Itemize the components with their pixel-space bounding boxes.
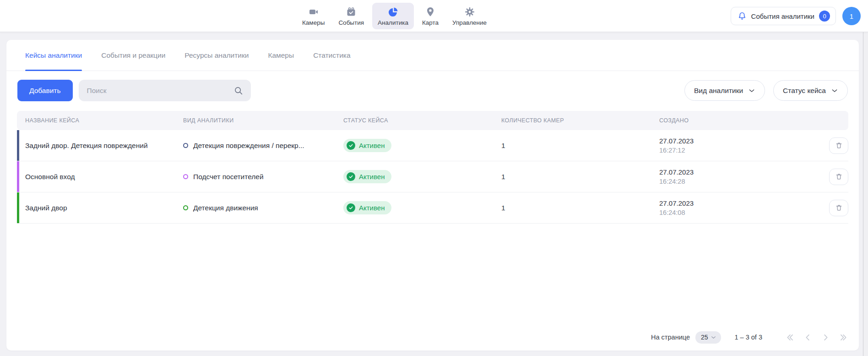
case-name: Задний двор bbox=[17, 204, 183, 212]
analytics-tabs: Кейсы аналитики События и реакции Ресурс… bbox=[6, 40, 859, 71]
calendar-check-icon bbox=[345, 6, 357, 18]
row-accent-bar bbox=[17, 161, 19, 192]
cases-table: НАЗВАНИЕ КЕЙСА ВИД АНАЛИТИКИ СТАТУС КЕЙС… bbox=[17, 111, 848, 224]
created-time: 16:27:12 bbox=[659, 146, 817, 155]
table-row[interactable]: Основной вход Подсчет посетителей Активе… bbox=[17, 161, 848, 192]
actions-cell bbox=[817, 137, 848, 154]
status-cell: Активен bbox=[343, 201, 501, 214]
per-page-label: На странице bbox=[651, 334, 690, 341]
bell-icon bbox=[738, 11, 747, 21]
check-icon bbox=[347, 203, 355, 212]
chevron-down-icon bbox=[711, 334, 716, 340]
search-input[interactable] bbox=[79, 80, 251, 101]
search-box bbox=[79, 80, 251, 101]
filter-group: Вид аналитики Статус кейса bbox=[684, 80, 848, 101]
nav-item-map[interactable]: Карта bbox=[417, 3, 444, 29]
tab-analytics-resources[interactable]: Ресурсы аналитики bbox=[184, 40, 249, 71]
created-date: 27.07.2023 bbox=[659, 137, 817, 146]
case-name: Основной вход bbox=[17, 173, 183, 181]
analytics-type-cell: Подсчет посетителей bbox=[183, 173, 343, 181]
pagination-bar: На странице 25 1 – 3 of 3 bbox=[6, 324, 859, 351]
nav-item-analytics[interactable]: Аналитика bbox=[372, 3, 414, 29]
analytics-events-button[interactable]: События аналитики 0 bbox=[731, 7, 836, 25]
chevron-down-icon bbox=[748, 87, 755, 94]
events-count-badge: 0 bbox=[819, 11, 830, 22]
created-date: 27.07.2023 bbox=[659, 168, 817, 177]
nav-label-map: Карта bbox=[422, 19, 439, 26]
created-cell: 27.07.2023 16:24:08 bbox=[659, 199, 817, 217]
case-status-filter-label: Статус кейса bbox=[783, 87, 826, 95]
nav-label-management: Управление bbox=[452, 19, 487, 26]
status-badge: Активен bbox=[343, 170, 391, 183]
case-status-filter[interactable]: Статус кейса bbox=[773, 80, 848, 101]
per-page-select[interactable]: 25 bbox=[695, 331, 721, 344]
nav-label-analytics: Аналитика bbox=[378, 19, 408, 26]
analytics-type-label: Детекция повреждения / перекр... bbox=[193, 142, 304, 150]
status-label: Активен bbox=[359, 142, 385, 149]
status-badge: Активен bbox=[343, 139, 391, 152]
tab-statistics[interactable]: Статистика bbox=[313, 40, 350, 71]
pager-controls bbox=[785, 333, 848, 342]
case-name: Задний двор. Детекция повреждений bbox=[17, 142, 183, 150]
created-time: 16:24:28 bbox=[659, 177, 817, 186]
tab-cameras[interactable]: Камеры bbox=[268, 40, 294, 71]
main-navigation: Камеры События Аналитика Карта bbox=[297, 0, 492, 32]
analytics-type-cell: Детекция движения bbox=[183, 204, 343, 212]
created-time: 16:24:08 bbox=[659, 208, 817, 217]
scrollbar[interactable] bbox=[863, 32, 868, 356]
tab-analytics-cases[interactable]: Кейсы аналитики bbox=[25, 40, 82, 71]
analytics-type-label: Детекция движения bbox=[193, 204, 258, 212]
status-cell: Активен bbox=[343, 139, 501, 152]
header-created: СОЗДАНО bbox=[659, 117, 817, 124]
gear-icon bbox=[464, 6, 476, 18]
last-page-button[interactable] bbox=[839, 333, 848, 342]
previous-page-button[interactable] bbox=[803, 333, 812, 342]
actions-cell bbox=[817, 169, 848, 185]
search-icon[interactable] bbox=[233, 86, 244, 96]
cases-toolbar: Добавить Вид аналитики Статус кейса bbox=[6, 71, 859, 101]
camera-count: 1 bbox=[501, 204, 659, 212]
analytics-type-label: Подсчет посетителей bbox=[193, 173, 264, 181]
per-page-value: 25 bbox=[701, 334, 708, 341]
next-page-button[interactable] bbox=[821, 333, 830, 342]
header-case-name: НАЗВАНИЕ КЕЙСА bbox=[17, 117, 183, 124]
nav-item-management[interactable]: Управление bbox=[447, 3, 492, 29]
analytics-type-filter-label: Вид аналитики bbox=[694, 87, 743, 95]
analytics-type-cell: Детекция повреждения / перекр... bbox=[183, 142, 343, 150]
table-header-row: НАЗВАНИЕ КЕЙСА ВИД АНАЛИТИКИ СТАТУС КЕЙС… bbox=[17, 111, 848, 130]
created-cell: 27.07.2023 16:27:12 bbox=[659, 137, 817, 155]
pagination-range: 1 – 3 of 3 bbox=[735, 334, 762, 341]
first-page-button[interactable] bbox=[785, 333, 794, 342]
add-case-button[interactable]: Добавить bbox=[17, 80, 73, 101]
tab-events-and-reactions[interactable]: События и реакции bbox=[101, 40, 165, 71]
analytics-type-filter[interactable]: Вид аналитики bbox=[684, 80, 765, 101]
user-avatar[interactable]: 1 bbox=[842, 7, 861, 25]
check-icon bbox=[347, 172, 355, 181]
delete-case-button[interactable] bbox=[829, 137, 848, 154]
analytics-page-card: Кейсы аналитики События и реакции Ресурс… bbox=[6, 40, 859, 351]
pie-chart-icon bbox=[387, 6, 399, 18]
map-pin-icon bbox=[424, 6, 436, 18]
row-accent-bar bbox=[17, 130, 19, 161]
chevron-down-icon bbox=[831, 87, 838, 94]
topbar: Камеры События Аналитика Карта bbox=[0, 0, 868, 32]
camera-icon bbox=[308, 6, 320, 18]
status-label: Активен bbox=[359, 204, 385, 212]
header-case-status: СТАТУС КЕЙСА bbox=[343, 117, 501, 124]
table-row[interactable]: Задний двор. Детекция повреждений Детекц… bbox=[17, 130, 848, 161]
analytics-type-icon bbox=[183, 143, 188, 148]
status-cell: Активен bbox=[343, 170, 501, 183]
nav-item-cameras[interactable]: Камеры bbox=[297, 3, 330, 29]
delete-case-button[interactable] bbox=[829, 200, 848, 216]
analytics-type-icon bbox=[183, 205, 188, 210]
header-camera-count: КОЛИЧЕСТВО КАМЕР bbox=[501, 117, 659, 124]
created-cell: 27.07.2023 16:24:28 bbox=[659, 168, 817, 186]
delete-case-button[interactable] bbox=[829, 169, 848, 185]
topbar-right-controls: События аналитики 0 1 bbox=[731, 7, 861, 25]
status-badge: Активен bbox=[343, 201, 391, 214]
table-row[interactable]: Задний двор Детекция движения Активен 1 … bbox=[17, 192, 848, 224]
row-accent-bar bbox=[17, 192, 19, 223]
nav-item-events[interactable]: События bbox=[333, 3, 369, 29]
analytics-type-icon bbox=[183, 174, 188, 179]
camera-count: 1 bbox=[501, 142, 659, 150]
